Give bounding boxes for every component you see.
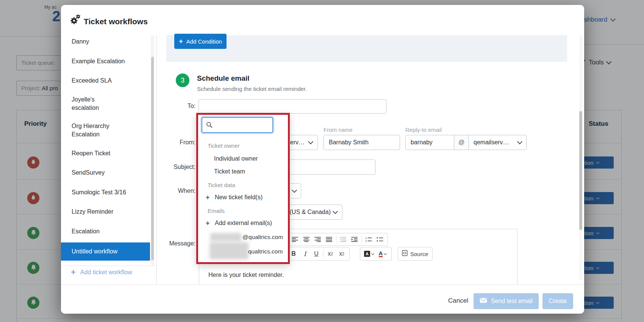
reply-to-user-input[interactable]: barnaby	[406, 135, 454, 150]
dropdown-item-ticket-team[interactable]: Ticket team	[214, 168, 245, 175]
sidebar-item-escalation[interactable]: Escalation	[72, 227, 143, 236]
timezone-value: (US & Canada)	[290, 205, 331, 219]
add-ticket-workflow-button[interactable]: + Add ticket workflow	[71, 269, 132, 276]
reply-to-user-value: barnaby	[406, 135, 433, 150]
when-label: When:	[118, 187, 195, 195]
subscript-button[interactable]: x2	[325, 249, 336, 259]
chevron-down-icon	[517, 139, 522, 144]
editor-toolbar-row1: 12	[287, 233, 388, 246]
gear-icon	[70, 14, 80, 27]
plus-icon: +	[206, 219, 210, 227]
reply-to-at-separator: @	[454, 135, 469, 150]
chevron-down-icon	[371, 252, 374, 255]
reply-to-domain-select[interactable]: qemailserv…	[469, 135, 526, 150]
envelope-icon	[480, 298, 487, 305]
sidebar-footer-divider	[61, 266, 156, 266]
screen: My ac 2 Dashboard Tools Ticket queue: Pr…	[0, 0, 644, 322]
chevron-down-icon	[308, 139, 313, 144]
sidebar-item-reopen-ticket[interactable]: Reopen Ticket	[72, 149, 143, 158]
svg-text:2: 2	[365, 240, 367, 242]
reply-to-domain-value: qemailserv…	[469, 135, 509, 150]
align-center-icon[interactable]	[301, 234, 312, 244]
create-label: Create	[549, 298, 567, 305]
highlight-color-button[interactable]: A	[362, 249, 376, 259]
email-2-domain: qualtrics.com	[248, 248, 283, 255]
send-test-email-label: Send test email	[491, 298, 533, 305]
step-title: Schedule email	[197, 74, 249, 83]
align-justify-icon[interactable]	[324, 234, 335, 244]
from-name-label: From name	[324, 127, 353, 133]
sidebar-item-lizzy-reminder[interactable]: Lizzy Reminder	[72, 207, 143, 216]
sidebar-item-danny[interactable]: Danny	[72, 37, 143, 46]
source-button[interactable]: Source	[398, 247, 433, 261]
step-number: 3	[181, 77, 184, 84]
editor-toolbar-row2-color: A A	[360, 247, 392, 261]
source-code-icon	[402, 250, 408, 258]
create-button[interactable]: Create	[542, 293, 573, 309]
sidebar-scrollbar-thumb[interactable]	[151, 57, 154, 260]
toolbar-separator	[361, 235, 362, 244]
numbered-list-icon[interactable]: 12	[363, 234, 374, 244]
text-color-button[interactable]: A	[376, 249, 389, 259]
from-name-value: Barnaby Smith	[324, 135, 369, 150]
superscript-button[interactable]: x2	[336, 249, 347, 259]
add-condition-button[interactable]: + Add Condition	[174, 34, 227, 49]
search-icon	[206, 121, 213, 130]
indent-icon[interactable]	[349, 234, 360, 244]
sidebar-item-exceeded-sla[interactable]: Exceeded SLA	[72, 76, 143, 85]
chevron-down-icon	[292, 188, 297, 193]
message-label: Message:	[118, 239, 195, 248]
dropdown-item-email-1[interactable]: @qualtrics.com	[242, 234, 283, 241]
dropdown-item-new-ticket-field[interactable]: + New ticket field(s)	[206, 194, 263, 201]
modal-footer: Cancel Send test email Create	[61, 284, 584, 314]
align-left-icon[interactable]	[289, 234, 301, 244]
ticket-workflows-modal: Ticket workflows Danny Example Escalatio…	[61, 5, 584, 313]
redacted-email-name	[209, 242, 249, 259]
plus-icon: +	[206, 194, 210, 201]
modal-title: Ticket workflows	[84, 17, 148, 26]
group-header-emails: Emails	[208, 208, 225, 214]
step-subtitle: Schedule sending the ticket email remind…	[197, 86, 307, 92]
chevron-down-icon	[333, 209, 338, 214]
toolbar-separator	[323, 250, 324, 258]
italic-button[interactable]: I	[299, 249, 311, 259]
underline-button[interactable]: U	[311, 249, 322, 259]
outdent-icon[interactable]	[338, 234, 349, 244]
editor-toolbar-row2-text: B I U x2 x2	[286, 247, 350, 261]
at-sign: @	[458, 139, 464, 146]
from-label: From:	[118, 138, 195, 147]
sidebar-item-org-hierarchy-escalation[interactable]: Org Hierarchy Escalation	[72, 122, 128, 139]
sidebar-item-example-escalation[interactable]: Example Escalation	[72, 57, 143, 66]
group-header-ticket-owner: Ticket owner	[208, 142, 239, 149]
dropdown-item-individual-owner[interactable]: Individual owner	[214, 155, 258, 162]
dropdown-search-input[interactable]	[215, 119, 272, 132]
to-input[interactable]	[199, 99, 386, 114]
message-body-text[interactable]: Here is your ticket reminder.	[208, 272, 284, 278]
recipient-dropdown-annotation: Ticket owner Individual owner Ticket tea…	[196, 113, 290, 264]
add-ticket-workflow-label: Add ticket workflow	[80, 269, 132, 276]
dropdown-item-add-external-email[interactable]: + Add external email(s)	[206, 220, 272, 227]
dropdown-search-field	[202, 117, 273, 133]
from-name-input[interactable]: Barnaby Smith	[324, 135, 400, 150]
highlight-color-icon: A	[364, 251, 370, 257]
reply-to-composite: barnaby @ qemailserv…	[405, 135, 527, 150]
content-scrollbar-thumb[interactable]	[579, 111, 582, 230]
sidebar-item-joyelles-escalation[interactable]: Joyelle's escalation	[72, 95, 117, 112]
reply-to-label: Reply-to email	[405, 127, 442, 133]
subject-label: Subject:	[118, 163, 195, 171]
source-label: Source	[410, 251, 428, 257]
step-number-badge: 3	[176, 73, 189, 87]
add-condition-label: Add Condition	[186, 38, 222, 45]
text-color-icon: A	[379, 250, 383, 257]
email-1-domain: @qualtrics.com	[242, 234, 283, 240]
align-right-icon[interactable]	[312, 234, 324, 244]
dropdown-item-email-2[interactable]: qualtrics.com	[248, 248, 283, 255]
chevron-down-icon	[384, 252, 387, 255]
svg-text:1: 1	[365, 237, 367, 239]
to-label: To:	[118, 102, 195, 110]
send-test-email-button[interactable]: Send test email	[474, 293, 539, 309]
cancel-button[interactable]: Cancel	[448, 297, 468, 305]
plus-icon: +	[71, 269, 76, 276]
bullet-list-icon[interactable]	[374, 234, 386, 244]
redacted-email-name	[210, 233, 241, 241]
